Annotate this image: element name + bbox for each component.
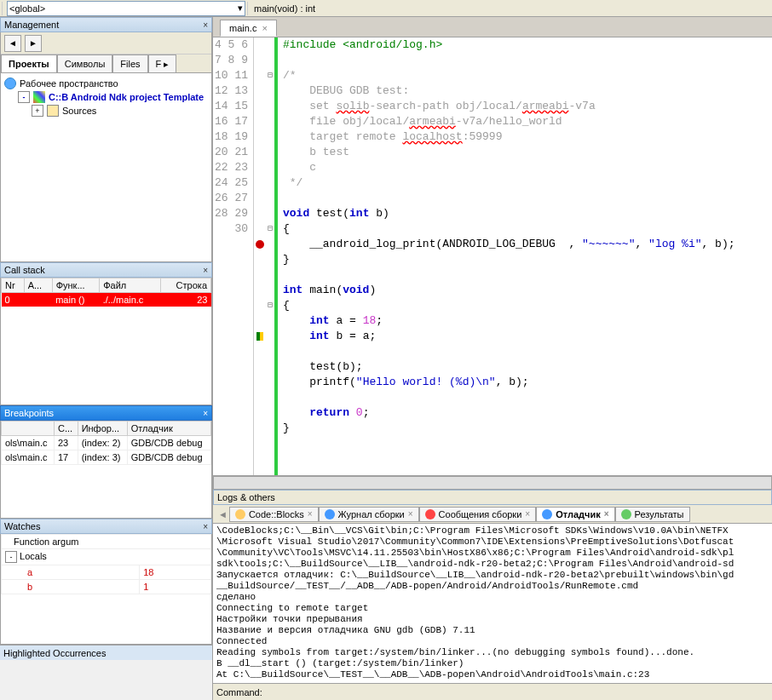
log-tab-results[interactable]: Результаты: [615, 507, 690, 522]
close-icon[interactable]: ×: [203, 20, 208, 30]
logs-label: Logs & others: [217, 492, 275, 502]
logs-title: Logs & others: [213, 490, 772, 505]
close-icon[interactable]: ×: [308, 509, 313, 519]
code-editor[interactable]: 4 5 6 7 8 9 10 11 12 13 14 15 16 17 18 1…: [213, 37, 772, 476]
editor-tab-label: main.c: [229, 23, 256, 33]
watch-funcargs[interactable]: Function argum: [2, 535, 211, 549]
close-icon[interactable]: ×: [525, 509, 530, 519]
log-tab-buildlog[interactable]: Журнал сборки ×: [319, 507, 419, 522]
log-tab-codeblocks[interactable]: Code::Blocks ×: [229, 507, 319, 522]
nav-fwd-button[interactable]: ►: [25, 35, 42, 52]
close-icon[interactable]: ×: [408, 509, 413, 519]
close-icon[interactable]: ×: [203, 409, 208, 418]
tree-sources[interactable]: + Sources: [4, 104, 208, 118]
expand-icon[interactable]: -: [18, 91, 30, 103]
buildlog-icon: [325, 509, 335, 519]
close-icon[interactable]: ×: [604, 509, 609, 519]
breakpoint-row[interactable]: ols\main.c 17 (index: 3) GDB/CDB debug: [2, 450, 211, 465]
editor-tab-main[interactable]: main.c ×: [220, 20, 277, 37]
scope-dropdown[interactable]: <global> ▾: [7, 1, 245, 16]
tab-more[interactable]: F ▸: [148, 55, 177, 72]
log-tab-buildmsg[interactable]: Сообщения сборки ×: [419, 507, 537, 522]
project-tree[interactable]: Рабочее пространство - C::B Android Ndk …: [1, 73, 211, 261]
tab-symbols[interactable]: Символы: [57, 55, 113, 72]
marker-column[interactable]: [254, 37, 266, 475]
watch-locals[interactable]: - Locals: [2, 549, 211, 565]
fold-column[interactable]: ⊟⊟⊟: [266, 37, 278, 475]
buildmsg-icon: [425, 509, 435, 519]
close-icon[interactable]: ×: [262, 23, 267, 33]
workspace-icon: [4, 77, 16, 89]
function-value: main(void) : int: [254, 3, 315, 14]
watch-row[interactable]: b 1: [2, 580, 211, 594]
log-output[interactable]: \CodeBlocks;C:\__Bin\__VCS\Git\bin;C:\Pr…: [213, 524, 772, 683]
expand-icon[interactable]: +: [32, 105, 43, 117]
command-label: Command:: [216, 687, 262, 697]
codeblocks-icon: [235, 509, 245, 519]
logs-nav-left[interactable]: ◄: [216, 508, 229, 521]
mgmt-nav: ◄ ►: [1, 32, 211, 55]
callstack-table[interactable]: Nr А... Функ... Файл Строка 0 main () ./…: [1, 278, 211, 307]
debugger-icon: [542, 509, 552, 519]
code-body[interactable]: #include <android/log.h> /* DEBUG GDB te…: [278, 37, 772, 475]
close-icon[interactable]: ×: [203, 522, 208, 531]
breakpoints-title: Breakpoints ×: [0, 405, 212, 421]
tab-files[interactable]: Files: [112, 55, 147, 72]
top-toolbar: <global> ▾ main(void) : int: [0, 0, 772, 17]
close-icon[interactable]: ×: [203, 266, 208, 275]
tree-project[interactable]: - C::B Android Ndk project Template: [4, 90, 208, 104]
watches-label: Watches: [4, 521, 40, 531]
breakpoints-label: Breakpoints: [4, 408, 54, 418]
log-tab-debugger[interactable]: Отладчик ×: [536, 507, 614, 522]
tab-projects[interactable]: Проекты: [1, 55, 57, 72]
management-label: Management: [4, 20, 59, 30]
breakpoints-table[interactable]: С... Инфор... Отладчик ols\main.c 23 (in…: [1, 421, 211, 465]
watches-table[interactable]: Function argum - Locals a 18 b 1: [1, 534, 211, 594]
callstack-label: Call stack: [4, 265, 45, 275]
collapse-icon[interactable]: -: [5, 551, 17, 563]
breakpoint-row[interactable]: ols\main.c 23 (index: 2) GDB/CDB debug: [2, 436, 211, 450]
nav-back-button[interactable]: ◄: [4, 35, 21, 52]
management-title: Management ×: [0, 17, 212, 32]
watch-row[interactable]: a 18: [2, 565, 211, 580]
scope-value: <global>: [9, 3, 45, 14]
callstack-row[interactable]: 0 main () ./../main.c 23: [2, 293, 211, 307]
line-gutter: 4 5 6 7 8 9 10 11 12 13 14 15 16 17 18 1…: [213, 37, 254, 475]
folder-icon: [47, 105, 59, 117]
highlighted-occurrences-title: Highlighted Occurrences: [0, 645, 212, 660]
project-icon: [33, 91, 45, 103]
watches-title: Watches ×: [0, 519, 212, 534]
search-icon: [621, 509, 631, 519]
chevron-down-icon: ▾: [238, 3, 243, 14]
editor-hscrollbar[interactable]: [213, 476, 772, 490]
function-dropdown[interactable]: main(void) : int: [252, 1, 763, 16]
command-bar: Command:: [213, 683, 772, 700]
tree-workspace[interactable]: Рабочее пространство: [4, 77, 208, 90]
callstack-title: Call stack ×: [0, 262, 212, 278]
